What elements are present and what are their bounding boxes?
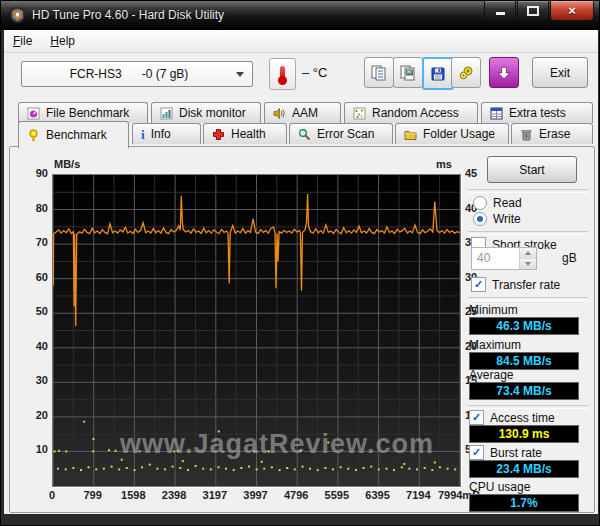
tab-label: Erase [539, 127, 570, 141]
tab-extra-tests[interactable]: Extra tests [481, 102, 593, 123]
tab-benchmark[interactable]: Benchmark [18, 121, 129, 148]
toolbar: FCR-HS3 -0 (7 gB) – °C [4, 53, 598, 97]
cpu-usage-label: CPU usage [469, 480, 530, 494]
radio-icon [473, 196, 487, 210]
maximum-value: 84.5 MB/s [496, 354, 551, 368]
tab-aam[interactable]: AAM [264, 102, 341, 123]
drive-selector[interactable]: FCR-HS3 -0 (7 gB) [21, 61, 253, 87]
folder-icon [404, 128, 417, 141]
tab-info[interactable]: i Info [132, 123, 201, 144]
tab-folder-usage[interactable]: Folder Usage [395, 123, 509, 144]
spinner-arrows[interactable] [519, 248, 536, 269]
close-button[interactable]: × [550, 1, 594, 21]
copy-image-icon [400, 65, 416, 81]
y-tick-label: 60 [18, 271, 48, 283]
copy-text-icon [371, 65, 387, 81]
x-tick-label: 4796 [284, 489, 308, 501]
tab-label: Health [231, 127, 266, 141]
y-tick-label: 10 [18, 443, 48, 455]
copy-text-button[interactable] [364, 57, 394, 88]
options-icon [458, 65, 474, 81]
start-label: Start [519, 163, 544, 177]
burst-rate-value: 23.4 MB/s [496, 462, 551, 476]
menu-file[interactable]: File [4, 31, 41, 51]
exit-button[interactable]: Exit [532, 57, 588, 88]
write-label: Write [493, 212, 521, 226]
save-screenshot-button[interactable] [422, 57, 454, 90]
temperature-value: – °C [302, 65, 327, 80]
menu-help[interactable]: Help [41, 31, 84, 51]
watermark: www.JagatReview.com [120, 429, 480, 460]
x-tick-label: 0 [49, 489, 55, 501]
magnifier-icon [298, 128, 311, 141]
drive-selector-value: FCR-HS3 -0 (7 gB) [22, 67, 236, 81]
x-tick-label: 1598 [121, 489, 145, 501]
capacity-unit: gB [562, 251, 577, 265]
radio-selected-icon [473, 212, 487, 226]
info-icon: i [141, 129, 145, 140]
tab-random-access[interactable]: Random Access [344, 102, 478, 123]
menu-bar: File Help [4, 30, 598, 53]
tab-label: AAM [292, 106, 318, 120]
access-time-value-box: 130.9 ms [469, 425, 579, 443]
minimum-value-box: 46.3 MB/s [469, 317, 579, 335]
tab-error-scan[interactable]: Error Scan [289, 123, 393, 144]
speaker-icon [273, 107, 286, 120]
title-bar[interactable]: HD Tune Pro 4.60 - Hard Disk Utility × [1, 1, 600, 30]
separator [468, 405, 588, 409]
y-tick-label: 30 [18, 374, 48, 386]
red-cross-icon [212, 128, 225, 141]
burst-rate-label: Burst rate [490, 446, 542, 460]
y2-tick-label: 45 [465, 167, 489, 179]
start-button[interactable]: Start [487, 156, 577, 183]
y-tick-label: 20 [18, 409, 48, 421]
scatter-icon [353, 107, 366, 120]
write-radio[interactable]: Write [473, 212, 521, 226]
options-button[interactable] [451, 57, 481, 88]
transfer-rate-label: Transfer rate [492, 278, 560, 292]
spin-down-icon[interactable] [520, 259, 536, 270]
capacity-spinner[interactable]: 40 [471, 247, 537, 270]
tab-file-benchmark[interactable]: File Benchmark [18, 102, 148, 123]
minimize-icon [496, 12, 505, 15]
burst-rate-value-box: 23.4 MB/s [469, 460, 579, 478]
copy-image-button[interactable] [393, 57, 423, 88]
average-label: Average [469, 368, 513, 382]
tab-label: Disk monitor [179, 106, 246, 120]
y-tick-label: 40 [18, 340, 48, 352]
tab-disk-monitor[interactable]: Disk monitor [151, 102, 261, 123]
separator [468, 297, 588, 301]
tab-label: Random Access [372, 106, 459, 120]
gauge-purple-icon [27, 107, 40, 120]
separator [468, 189, 588, 193]
minimum-value: 46.3 MB/s [496, 319, 551, 333]
access-time-value: 130.9 ms [499, 427, 550, 441]
temperature-button[interactable] [269, 58, 296, 90]
capacity-value: 40 [472, 248, 519, 269]
exit-label: Exit [550, 66, 570, 80]
access-time-checkbox[interactable]: ✓ Access time [469, 410, 555, 425]
minimum-label: Minimum [469, 303, 518, 317]
trash-icon [520, 128, 533, 141]
y-tick-label: 90 [18, 167, 48, 179]
thermometer-icon [280, 66, 285, 82]
read-label: Read [493, 196, 522, 210]
spin-up-icon[interactable] [520, 248, 536, 259]
x-tick-label: 2398 [162, 489, 186, 501]
x-tick-label: 3197 [203, 489, 227, 501]
gauge-yellow-icon [27, 129, 40, 142]
download-arrow-icon [497, 66, 511, 80]
minimize-button[interactable] [484, 1, 516, 21]
y-tick-label: 70 [18, 236, 48, 248]
bar-chart-icon [160, 107, 173, 120]
read-radio[interactable]: Read [473, 196, 522, 210]
tab-erase[interactable]: Erase [511, 123, 593, 144]
separator [468, 231, 588, 235]
maximize-button[interactable] [517, 1, 549, 21]
window-title: HD Tune Pro 4.60 - Hard Disk Utility [32, 8, 224, 22]
chevron-down-icon [236, 72, 244, 77]
download-button[interactable] [489, 57, 519, 88]
transfer-rate-checkbox[interactable]: ✓ Transfer rate [471, 277, 560, 292]
maximize-icon [527, 6, 539, 16]
tab-health[interactable]: Health [203, 123, 287, 144]
